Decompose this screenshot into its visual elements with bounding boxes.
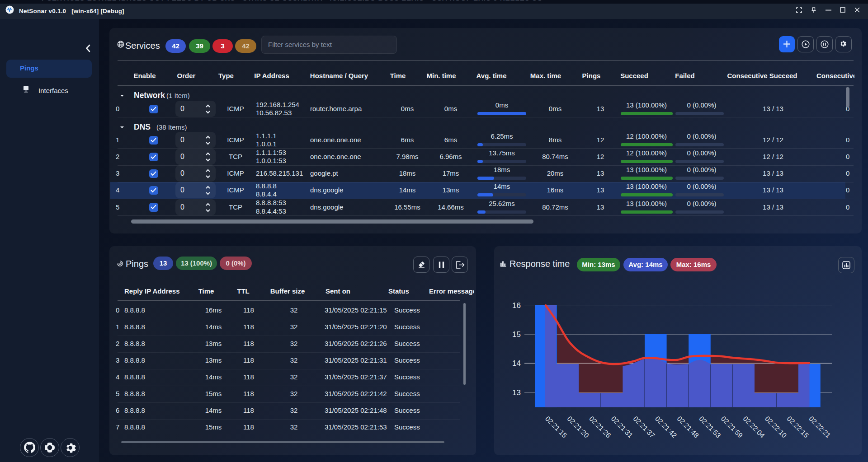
svg-text:02:22:10: 02:22:10	[764, 415, 788, 439]
svg-text:15: 15	[512, 330, 521, 339]
svg-text:02:21:42: 02:21:42	[654, 415, 679, 439]
svg-text:16: 16	[512, 301, 521, 310]
svg-text:02:21:37: 02:21:37	[632, 415, 656, 439]
svg-text:02:21:15: 02:21:15	[544, 415, 569, 439]
svg-text:13: 13	[512, 388, 521, 397]
svg-text:14: 14	[512, 359, 521, 368]
svg-text:02:22:15: 02:22:15	[785, 415, 810, 439]
svg-text:02:21:20: 02:21:20	[566, 415, 590, 439]
svg-text:02:22:04: 02:22:04	[741, 415, 766, 439]
svg-text:02:21:31: 02:21:31	[610, 415, 635, 439]
svg-text:02:21:53: 02:21:53	[698, 415, 722, 439]
svg-text:02:22:21: 02:22:21	[807, 415, 832, 439]
svg-text:02:21:48: 02:21:48	[675, 415, 700, 439]
svg-text:02:21:59: 02:21:59	[720, 415, 745, 439]
svg-text:02:21:26: 02:21:26	[588, 415, 613, 439]
